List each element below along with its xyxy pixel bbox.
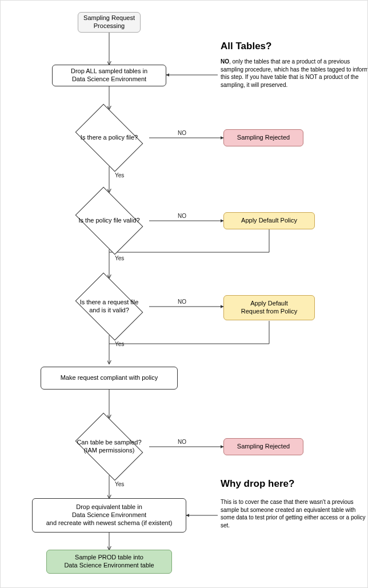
callout-body-bottom: This is to cover the case that there was… (221, 498, 368, 529)
decision-request-file: Is there a request file and is it valid? (69, 278, 149, 335)
node-sample-prod: Sample PROD table into Data Science Envi… (46, 550, 172, 574)
edge-yes-3: Yes (115, 341, 124, 347)
edge-yes-1: Yes (115, 172, 124, 178)
flowchart-canvas: Sampling Request Processing Drop ALL sam… (1, 1, 367, 587)
callout-title-top: All Tables? (221, 41, 271, 52)
node-start: Sampling Request Processing (78, 12, 141, 33)
edge-no-3: NO (178, 299, 186, 305)
node-make-compliant: Make request compliant with policy (41, 367, 178, 390)
callout-title-bottom: Why drop here? (221, 478, 294, 490)
node-rejected-2: Sampling Rejected (223, 438, 303, 455)
decision-policy-valid: Is the policy file valid? (69, 192, 149, 249)
node-drop-equivalent: Drop equivalent table in Data Science En… (32, 498, 186, 533)
callout-body-top: NO, only the tables that are a product o… (221, 58, 368, 89)
decision-can-sample: Can table be sampled? (IAM permissions) (69, 418, 149, 475)
callout-body-top-bold: NO (221, 58, 229, 65)
edge-no-1: NO (178, 130, 186, 136)
edge-no-2: NO (178, 213, 186, 219)
decision-policy-file: Is there a policy file? (69, 109, 149, 166)
edge-no-4: NO (178, 439, 186, 445)
node-apply-default-policy: Apply Default Policy (223, 212, 315, 229)
edge-yes-4: Yes (115, 481, 124, 487)
node-rejected-1: Sampling Rejected (223, 129, 303, 146)
edge-yes-2: Yes (115, 255, 124, 261)
node-apply-default-request: Apply Default Request from Policy (223, 295, 315, 320)
callout-body-top-rest: , only the tables that are a product of … (221, 58, 368, 88)
node-drop-all-tables: Drop ALL sampled tables in Data Science … (52, 65, 166, 86)
